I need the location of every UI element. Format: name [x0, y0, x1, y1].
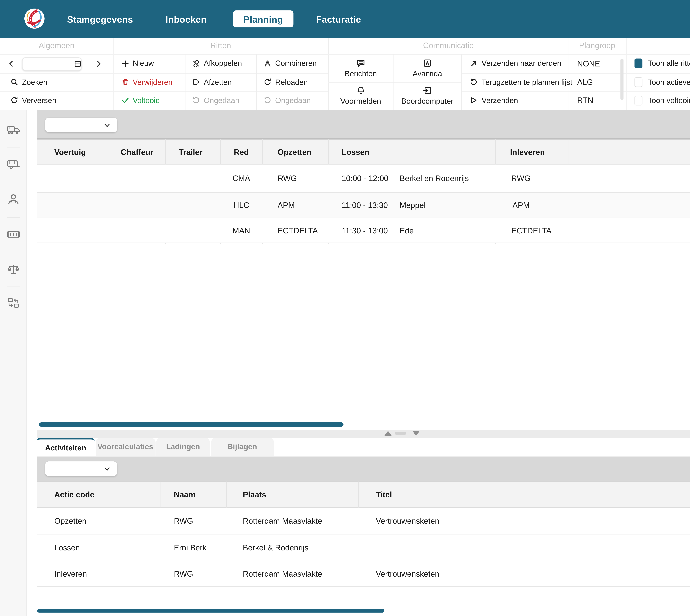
- tab-bijlagen[interactable]: Bijlagen: [211, 437, 273, 456]
- column-header-actie-code: Actie code: [54, 482, 95, 507]
- exit-arrow-icon: [192, 78, 200, 86]
- calendar-icon: [74, 60, 82, 68]
- nav-tab-facturatie[interactable]: Facturatie: [314, 12, 363, 26]
- splitter-drag-handle[interactable]: [395, 433, 406, 435]
- date-field[interactable]: [27, 59, 72, 69]
- cell-plaats: Rotterdam Maasvlakte: [243, 561, 322, 586]
- ongedaan-button-1[interactable]: Ongedaan: [185, 91, 256, 110]
- avantida-button[interactable]: Avantida: [393, 54, 461, 82]
- terugzetten-button[interactable]: Terugzetten te plannen lijst: [461, 73, 568, 91]
- search-icon: [11, 78, 18, 86]
- plangroep-scrollbar[interactable]: [621, 59, 623, 100]
- verversen-button[interactable]: Verversen: [0, 91, 113, 110]
- activities-table-header: Actie code Naam Plaats Titel: [37, 482, 690, 508]
- cell-actie-code: Lossen: [54, 535, 80, 560]
- plus-icon: [121, 60, 129, 68]
- trip-row[interactable]: CMA RWG 10:00 - 12:00 Berkel en Rodenrij…: [37, 164, 690, 193]
- refresh-icon: [11, 96, 18, 104]
- truck-icon[interactable]: [7, 125, 20, 135]
- afzetten-button[interactable]: Afzetten: [185, 73, 256, 91]
- zoeken-button[interactable]: Zoeken: [0, 73, 113, 91]
- cell-naam: Erni Berk: [174, 535, 206, 560]
- date-prev-button[interactable]: [5, 58, 17, 70]
- plangroep-item-none[interactable]: NONE: [577, 54, 600, 73]
- cell-opzetten: APM: [278, 193, 295, 217]
- nav-tab-stamgegevens[interactable]: Stamgegevens: [65, 12, 135, 26]
- reload-icon: [264, 78, 271, 86]
- undo-icon: [264, 96, 271, 104]
- nav-tab-planning[interactable]: Planning: [233, 10, 294, 27]
- verzenden-naar-derden-button[interactable]: Verzenden naar derden: [461, 54, 568, 73]
- send-icon: [470, 96, 478, 104]
- activity-row[interactable]: Opzetten RWG Rotterdam Maasvlakte Vertro…: [37, 508, 690, 535]
- trips-filter-dropdown[interactable]: [45, 117, 117, 132]
- ribbon-toolbar: Algemeen Ritten Communicatie Plangroep P…: [0, 38, 690, 110]
- afkoppelen-button[interactable]: Afkoppelen: [185, 54, 256, 73]
- cell-lossen-tijd: 11:30 - 13:00: [342, 218, 388, 243]
- cell-lossen-plaats: Berkel en Rodenrijs: [400, 164, 469, 192]
- verzenden-button[interactable]: Verzenden: [461, 91, 568, 110]
- panel-splitter[interactable]: [37, 430, 690, 437]
- trash-icon: [121, 78, 129, 86]
- voltooid-button[interactable]: Voltooid: [113, 91, 185, 110]
- date-input[interactable]: [22, 57, 82, 70]
- driver-icon[interactable]: [7, 194, 19, 205]
- swap-icon[interactable]: [7, 298, 19, 309]
- column-header-naam: Naam: [174, 482, 195, 507]
- voormelden-button[interactable]: Voormelden: [328, 82, 393, 110]
- tab-voorcalculaties[interactable]: Voorcalculaties: [96, 437, 155, 456]
- trips-horizontal-scrollbar[interactable]: [39, 422, 343, 426]
- column-header-lossen: Lossen: [342, 139, 370, 164]
- activity-row[interactable]: Inleveren RWG Rotterdam Maasvlakte Vertr…: [37, 561, 690, 587]
- toon-alle-ritten-checkbox[interactable]: Toon alle ritten: [634, 54, 690, 73]
- chevron-down-icon: [104, 123, 110, 128]
- boordcomputer-button[interactable]: Boordcomputer: [393, 82, 461, 110]
- chat-icon: [356, 59, 365, 68]
- splitter-collapse-up[interactable]: [384, 431, 392, 436]
- cell-red: HLC: [220, 193, 263, 217]
- verwijderen-button[interactable]: Verwijderen: [113, 73, 185, 91]
- ribbon-group-label: Algemeen: [0, 41, 113, 50]
- activities-filter-dropdown[interactable]: [45, 461, 117, 476]
- app-window: Stamgegevens Inboeken Planning Facturati…: [0, 0, 690, 616]
- tab-ladingen[interactable]: Ladingen: [156, 437, 210, 456]
- chevron-right-icon: [94, 60, 102, 68]
- trips-toolbar: [37, 110, 690, 139]
- cell-red: MAN: [220, 218, 263, 243]
- cell-inleveren: RWG: [511, 164, 530, 192]
- checkbox-icon: [634, 59, 642, 68]
- reloaden-button[interactable]: Reloaden: [256, 73, 328, 91]
- nieuw-button[interactable]: Nieuw: [113, 54, 185, 73]
- cell-actie-code: Opzetten: [54, 508, 86, 534]
- splitter-collapse-down[interactable]: [413, 431, 420, 436]
- chevron-down-icon: [104, 467, 110, 472]
- trip-row[interactable]: HLC APM 11:00 - 13:30 Meppel APM: [37, 193, 690, 218]
- tab-activiteiten[interactable]: Activiteiten: [37, 437, 95, 456]
- activities-horizontal-scrollbar[interactable]: [37, 609, 384, 613]
- activity-row[interactable]: Lossen Erni Berk Berkel & Rodenrijs: [37, 535, 690, 561]
- cell-inleveren: APM: [513, 193, 530, 217]
- undo-icon: [192, 96, 200, 104]
- combineren-button[interactable]: Combineren: [256, 54, 328, 73]
- cell-naam: RWG: [174, 508, 193, 534]
- trip-row[interactable]: MAN ECTDELTA 11:30 - 13:00 Ede ECTDELTA: [37, 218, 690, 243]
- date-next-button[interactable]: [93, 58, 104, 70]
- top-navbar: Stamgegevens Inboeken Planning Facturati…: [0, 0, 690, 38]
- nav-tab-inboeken[interactable]: Inboeken: [162, 12, 210, 26]
- checkbox-icon: [634, 77, 642, 87]
- return-icon: [470, 78, 478, 86]
- ongedaan-button-2[interactable]: Ongedaan: [256, 91, 328, 110]
- trailer-icon[interactable]: [7, 159, 20, 170]
- container-icon[interactable]: [7, 229, 20, 240]
- plangroep-item-rtn[interactable]: RTN: [577, 91, 593, 110]
- plangroep-item-alg[interactable]: ALG: [577, 73, 593, 91]
- toon-actieve-ritten-checkbox[interactable]: Toon actieve ritten: [634, 73, 690, 91]
- left-icon-sidebar: [0, 110, 27, 616]
- column-header-titel: Titel: [376, 482, 392, 507]
- toon-voltooide-ritten-checkbox[interactable]: Toon voltooide ritten: [634, 91, 690, 110]
- scales-icon[interactable]: [7, 263, 20, 275]
- cell-lossen-tijd: 11:00 - 13:30: [342, 193, 388, 217]
- avantida-icon: [423, 59, 432, 68]
- berichten-button[interactable]: Berichten: [328, 54, 393, 82]
- trips-table-header: Voertuig Chaffeur Trailer Red Opzetten L…: [37, 139, 690, 164]
